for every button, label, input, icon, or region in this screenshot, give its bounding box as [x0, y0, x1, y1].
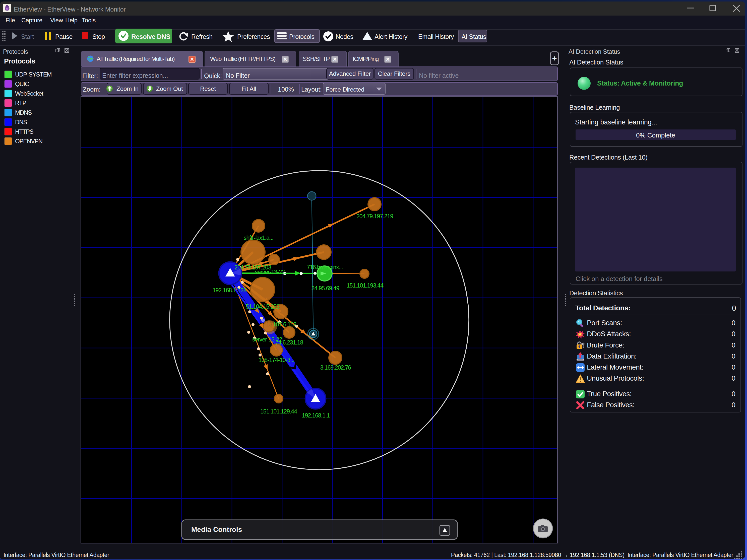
svg-text:107.6.158: 107.6.158 [273, 321, 297, 328]
svg-text:151.101.193.44: 151.101.193.44 [346, 282, 384, 289]
svg-text:74.6.231.18: 74.6.231.18 [275, 339, 303, 346]
svg-text:192.168.1.128: 192.168.1.128 [213, 287, 246, 294]
svg-text:13.: 13. [266, 321, 274, 328]
svg-text:Media Controls: Media Controls [191, 526, 242, 533]
svg-text:51.104.15.253: 51.104.15.253 [246, 303, 279, 310]
svg-text:192.168.1.1: 192.168.1.1 [302, 412, 330, 419]
svg-text:716.bm-nginx...: 716.bm-nginx... [307, 264, 343, 270]
svg-text:3.169.202.76: 3.169.202.76 [320, 364, 351, 371]
svg-text:204.79.197.219: 204.79.197.219 [356, 213, 393, 219]
svg-text:108-174-10-3...: 108-174-10-3... [259, 357, 294, 363]
svg-text:server-13-22...: server-13-22... [255, 269, 289, 275]
svg-text:shftr-lax1.a...: shftr-lax1.a... [244, 235, 273, 241]
svg-text:151.101.129.44: 151.101.129.44 [260, 408, 297, 415]
svg-text:34.95.69.49: 34.95.69.49 [311, 285, 339, 292]
